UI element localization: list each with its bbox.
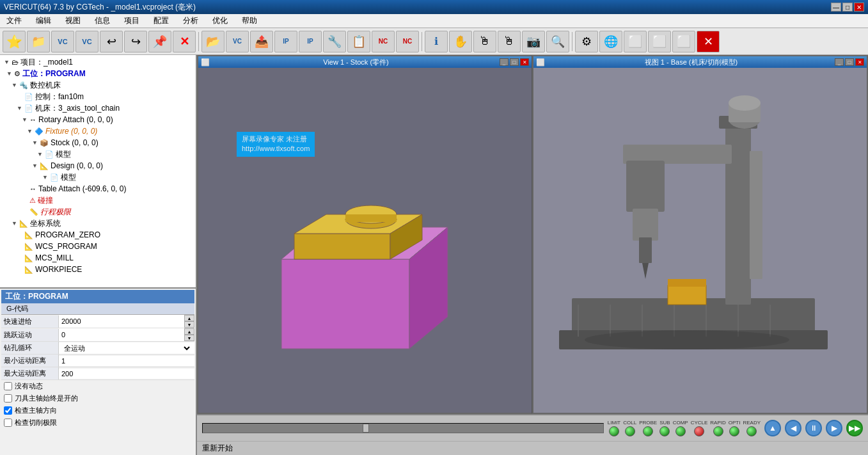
menu-project[interactable]: 项目	[120, 14, 143, 28]
nav-pause-button[interactable]: ⏸	[805, 420, 822, 436]
tb-nc-button[interactable]: NC	[372, 31, 395, 52]
progress-slider[interactable]	[202, 423, 604, 433]
nav-prev-button[interactable]: ◀	[785, 420, 801, 436]
props-tab[interactable]: G-代码	[1, 303, 194, 315]
tb-export-button[interactable]: 📤	[250, 31, 273, 52]
tree-program-zero[interactable]: 📐 PROGRAM_ZERO	[1, 229, 194, 241]
close-button[interactable]: ✕	[854, 3, 864, 12]
prop-value-rapid[interactable]: ▲ ▼	[59, 315, 194, 328]
status-limit-light[interactable]	[609, 426, 619, 436]
cb-no-dynamics[interactable]: 没有动态	[1, 380, 194, 392]
rapid-feed-input[interactable]	[59, 315, 184, 328]
drill-cycle-select[interactable]: 全运动 部分运动	[61, 344, 192, 353]
tb-globe-button[interactable]: 🌐	[599, 31, 622, 52]
status-rapid-light[interactable]	[713, 426, 723, 436]
tb-save-button[interactable]: VC	[51, 31, 74, 52]
progress-thumb[interactable]	[363, 424, 369, 433]
tree-control[interactable]: 📄 控制：fan10m	[1, 91, 194, 102]
prop-value-jump[interactable]: ▲ ▼	[59, 328, 194, 341]
cb-spindle-always[interactable]: 刀具主轴始终是开的	[1, 392, 194, 404]
tb-folder-button[interactable]: 📂	[201, 31, 225, 52]
tree-workpiece[interactable]: 📐 WORKPIECE	[1, 264, 194, 275]
view1-close[interactable]: ✕	[520, 58, 529, 66]
project-tree[interactable]: ▼ 🗁 项目：_model1 ▼ ⚙ 工位：PROGRAM ▼ 🔩 数控机床 📄…	[0, 55, 196, 289]
status-coll-light[interactable]	[625, 426, 635, 436]
max-dist-input[interactable]	[61, 370, 192, 378]
tree-model2[interactable]: ▼ 📄 模型	[1, 172, 194, 183]
prop-value-max[interactable]	[59, 369, 194, 379]
machine-viewport[interactable]	[533, 68, 867, 413]
tb-close-button[interactable]: ✕	[173, 31, 196, 52]
tree-machine[interactable]: ▼ 📄 机床：3_axis_tool_chain	[1, 102, 194, 114]
tb-saveas-button[interactable]: VC	[75, 31, 99, 52]
tb-window2-button[interactable]: ⬜	[648, 31, 671, 52]
jump-up[interactable]: ▲	[184, 328, 194, 335]
tb-new-button[interactable]: ⭐	[3, 31, 26, 52]
menu-optimize[interactable]: 优化	[209, 14, 232, 28]
view2-maximize[interactable]: □	[845, 58, 854, 66]
tb-window3-button[interactable]: ⬜	[672, 31, 695, 52]
tb-clipboard-button[interactable]: 📋	[347, 31, 370, 52]
status-sub-light[interactable]	[659, 426, 670, 436]
stock-viewport[interactable]: 屏幕录像专家 未注册 http://www.tlxsoft.com	[198, 68, 532, 413]
tree-program[interactable]: ▼ ⚙ 工位：PROGRAM	[1, 68, 194, 79]
tree-collision[interactable]: ⚠ 碰撞	[1, 195, 194, 206]
menu-config[interactable]: 配置	[150, 14, 173, 28]
tree-table[interactable]: ↔ Table Attach (-609.6, 0, 0)	[1, 183, 194, 195]
nav-up-button[interactable]: ▲	[764, 420, 781, 436]
rapid-feed-down[interactable]: ▼	[184, 321, 194, 328]
view2-close[interactable]: ✕	[855, 58, 864, 66]
tree-coords[interactable]: ▼ 📐 坐标系统	[1, 218, 194, 229]
tb-cursor2-button[interactable]: 🖱	[498, 31, 521, 52]
tree-mcs[interactable]: 📐 MCS_MILL	[1, 252, 194, 264]
menu-edit[interactable]: 编辑	[32, 14, 55, 28]
rapid-feed-up[interactable]: ▲	[184, 315, 194, 321]
nav-fast-button[interactable]: ▶▶	[846, 420, 863, 436]
jump-input[interactable]	[59, 328, 184, 341]
menu-file[interactable]: 文件	[3, 14, 26, 28]
status-opti-light[interactable]	[729, 426, 739, 436]
cb-spindle-always-input[interactable]	[4, 394, 12, 403]
tb-gear-button[interactable]: ⚙	[575, 31, 598, 52]
prop-value-drill[interactable]: 全运动 部分运动	[59, 342, 194, 354]
menu-analyze[interactable]: 分析	[179, 14, 202, 28]
tree-design[interactable]: ▼ 📐 Design (0, 0, 0)	[1, 160, 194, 172]
view2-minimize[interactable]: _	[835, 58, 844, 66]
tb-undo-button[interactable]: ↩	[100, 31, 123, 52]
cb-check-limit[interactable]: 检查切削极限	[1, 417, 194, 429]
tb-zoom-button[interactable]: 🔍	[546, 31, 569, 52]
tb-camera-button[interactable]: 📷	[522, 31, 545, 52]
menu-info[interactable]: 信息	[91, 14, 114, 28]
tb-tool-button[interactable]: 🔧	[323, 31, 346, 52]
tree-rotary[interactable]: ▼ ↔ Rotary Attach (0, 0, 0)	[1, 114, 194, 125]
tb-ip-button[interactable]: IP	[274, 31, 297, 52]
tb-vc-button[interactable]: VC	[226, 31, 249, 52]
tb-pin-button[interactable]: 📌	[148, 31, 171, 52]
menu-view[interactable]: 视图	[61, 14, 84, 28]
cb-check-limit-input[interactable]	[4, 419, 12, 427]
tree-wcs[interactable]: 📐 WCS_PROGRAM	[1, 241, 194, 252]
nav-play-button[interactable]: ▶	[826, 420, 842, 436]
prop-value-min[interactable]	[59, 356, 194, 366]
view1-minimize[interactable]: _	[500, 58, 509, 66]
status-ready-light[interactable]	[746, 426, 757, 436]
tree-travel[interactable]: 📏 行程极限	[1, 206, 194, 218]
tb-cursor-button[interactable]: 🖱	[473, 31, 496, 52]
tb-nc2-button[interactable]: NC	[396, 31, 419, 52]
status-comp-light[interactable]	[675, 426, 686, 436]
status-probe-light[interactable]	[643, 426, 653, 436]
cb-no-dynamics-input[interactable]	[4, 382, 12, 390]
tree-fixture[interactable]: ▼ 🔷 Fixture (0, 0, 0)	[1, 125, 194, 137]
tb-close2-button[interactable]: ✕	[697, 31, 720, 52]
menu-help[interactable]: 帮助	[238, 14, 261, 28]
minimize-button[interactable]: —	[831, 3, 841, 12]
maximize-button[interactable]: □	[842, 3, 853, 12]
tree-stock[interactable]: ▼ 📦 Stock (0, 0, 0)	[1, 137, 194, 148]
tb-ip2-button[interactable]: IP	[299, 31, 322, 52]
tb-open-button[interactable]: 📁	[27, 31, 50, 52]
tree-cnc[interactable]: ▼ 🔩 数控机床	[1, 79, 194, 91]
tb-redo-button[interactable]: ↪	[124, 31, 147, 52]
tb-info-button[interactable]: ℹ	[425, 31, 448, 52]
cb-check-direction-input[interactable]	[4, 406, 12, 415]
cb-check-direction[interactable]: 检查主轴方向	[1, 404, 194, 417]
